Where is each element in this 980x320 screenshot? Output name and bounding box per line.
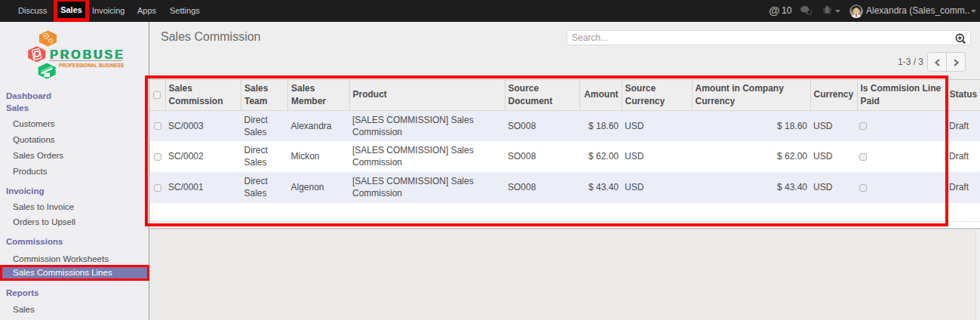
svg-text:PROFESSIONAL BUSINESS: PROFESSIONAL BUSINESS [59,63,124,68]
svg-text:PROBUSE: PROBUSE [50,48,124,61]
